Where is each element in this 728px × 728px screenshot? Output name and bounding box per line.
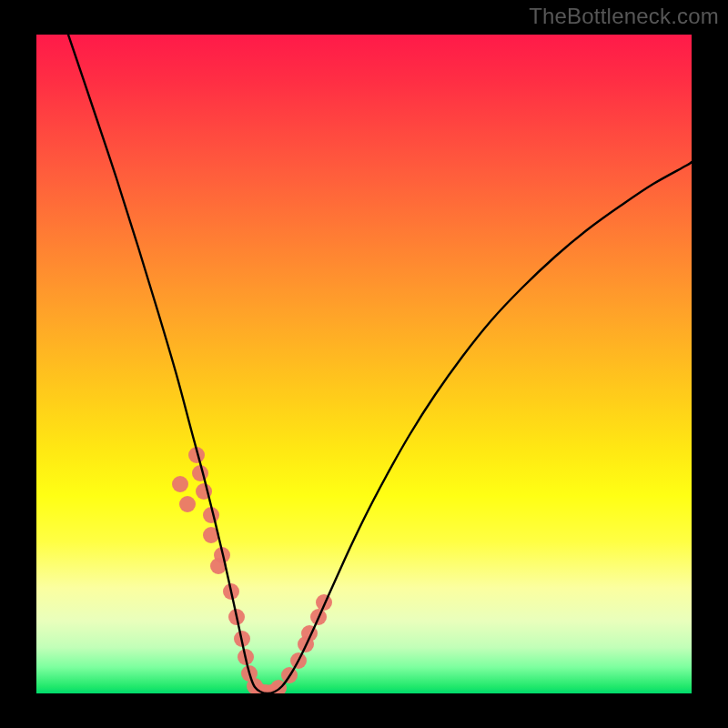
watermark-text: TheBottleneck.com xyxy=(529,4,719,29)
plot-area xyxy=(36,35,692,693)
scatter-markers xyxy=(172,447,332,693)
chart-svg xyxy=(36,35,692,693)
main-curve xyxy=(68,35,692,693)
data-marker xyxy=(172,476,188,492)
data-marker xyxy=(192,465,208,481)
chart-frame: TheBottleneck.com xyxy=(0,0,728,728)
data-marker xyxy=(179,496,196,512)
